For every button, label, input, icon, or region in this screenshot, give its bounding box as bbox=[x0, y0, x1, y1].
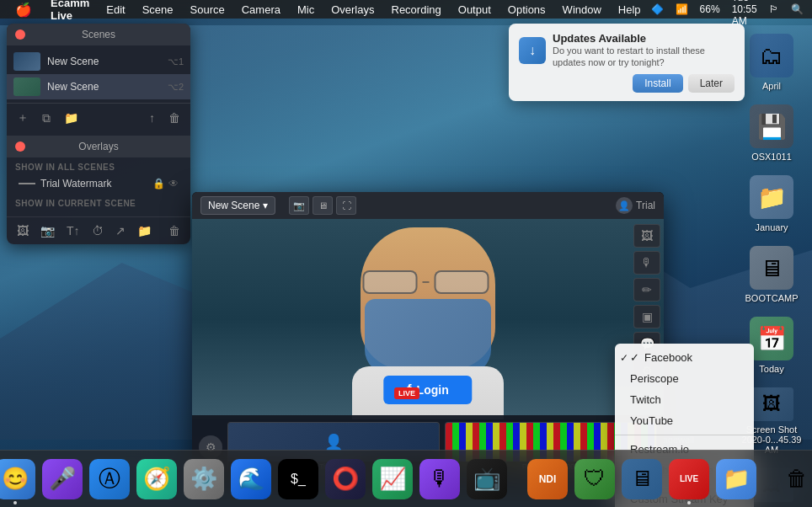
scene-selector[interactable]: New Scene ▾ bbox=[200, 196, 275, 215]
settings-icon: ⚙️ bbox=[190, 466, 217, 492]
safari-icon: 🧭 bbox=[143, 466, 170, 492]
menubar-overlays[interactable]: Overlays bbox=[324, 2, 381, 18]
rt-overlay-button[interactable]: ▣ bbox=[633, 305, 660, 328]
scenes-panel-header: Scenes bbox=[7, 24, 190, 45]
dock-dot-finder bbox=[13, 501, 17, 504]
desktop-icon-january[interactable]: 📁 January bbox=[741, 175, 802, 232]
dock-settings[interactable]: ⚙️ bbox=[184, 459, 224, 499]
add-overlay-share-button[interactable]: ↗ bbox=[112, 222, 129, 239]
add-overlay-folder-button[interactable]: 📁 bbox=[134, 222, 155, 239]
screen-ctrl-button[interactable]: 🖥 bbox=[313, 196, 333, 215]
desktop-icon-bootcamp[interactable]: 🖥 BOOTCAMP bbox=[741, 246, 802, 303]
scene-item-2[interactable]: New Scene ⌥2 bbox=[7, 74, 190, 99]
add-overlay-text-button[interactable]: T↑ bbox=[63, 222, 83, 239]
overlays-current-scene: SHOW IN CURRENT SCENE bbox=[7, 194, 190, 213]
overlays-all-scenes: SHOW IN ALL SCENES Trial Watermark 🔒 👁 bbox=[7, 157, 190, 194]
install-button[interactable]: Install bbox=[633, 74, 682, 93]
duplicate-scene-button[interactable]: ⧉ bbox=[39, 109, 54, 127]
obs-icon: ⭕ bbox=[332, 466, 359, 492]
dock-terminal[interactable]: $_ bbox=[278, 459, 318, 499]
later-button[interactable]: Later bbox=[688, 74, 735, 93]
dropdown-periscope[interactable]: Periscope bbox=[615, 368, 754, 389]
dock-trash[interactable]: 🗑 bbox=[777, 459, 812, 499]
add-scene-button[interactable]: ＋ bbox=[13, 109, 32, 127]
menubar-window[interactable]: Window bbox=[556, 2, 608, 18]
overlays-actions: 🖼 📷 T↑ ⏱ ↗ 📁 🗑 bbox=[7, 216, 190, 244]
rt-photo-button[interactable]: 🖼 bbox=[633, 224, 660, 248]
dropdown-facebook[interactable]: ✓ Facebook bbox=[615, 347, 754, 368]
eye-icon[interactable]: 👁 bbox=[168, 178, 179, 189]
export-scene-button[interactable]: ↑ bbox=[146, 109, 158, 126]
video-guest-area: 👤 Trial bbox=[616, 197, 655, 214]
dock-activity[interactable]: 📈 bbox=[372, 459, 413, 499]
dropdown-youtube[interactable]: YouTube bbox=[615, 410, 754, 431]
dock-edge[interactable]: 🌊 bbox=[231, 459, 271, 499]
video-titlebar: New Scene ▾ 📷 🖥 ⛶ 👤 Trial bbox=[192, 192, 664, 219]
delete-scene-button[interactable]: 🗑 bbox=[165, 109, 184, 126]
menubar-options[interactable]: Options bbox=[501, 2, 553, 18]
menubar-search[interactable]: 🔍 bbox=[788, 2, 807, 17]
apple-menu[interactable]: 🍎 bbox=[7, 2, 40, 18]
menubar-source[interactable]: Source bbox=[184, 2, 232, 18]
menubar-flag: 🏳 bbox=[766, 2, 783, 17]
overlay-line bbox=[19, 183, 35, 184]
desktop-icon-april-label: April bbox=[762, 81, 781, 91]
desktop-icon-january-label: January bbox=[755, 222, 788, 232]
rt-edit-button[interactable]: ✏ bbox=[633, 278, 660, 302]
dock-files[interactable]: 📁 bbox=[716, 459, 756, 499]
notif-actions: Install Later bbox=[519, 74, 735, 93]
menubar-app-name[interactable]: Ecamm Live bbox=[44, 0, 96, 24]
folder-scene-button[interactable]: 📁 bbox=[61, 109, 82, 126]
screen-icon: 🖥 bbox=[631, 466, 653, 492]
add-overlay-timer-button[interactable]: ⏱ bbox=[88, 222, 107, 239]
menubar-output[interactable]: Output bbox=[451, 2, 498, 18]
menubar-recording[interactable]: Recording bbox=[385, 2, 448, 18]
dock-ndi[interactable]: NDI bbox=[527, 459, 568, 499]
updates-notification: ↓ Updates Available Do you want to resta… bbox=[509, 24, 745, 101]
dropdown-twitch[interactable]: Twitch bbox=[615, 389, 754, 410]
video-feed: ecamm.live LIVE ⚙ 👤 FaceTime Camera PD 1… bbox=[192, 219, 664, 478]
scenes-close-button[interactable] bbox=[15, 29, 25, 40]
dock-siri[interactable]: 🎤 bbox=[42, 459, 83, 499]
dock-safari[interactable]: 🧭 bbox=[136, 459, 177, 499]
overlays-title: Overlays bbox=[15, 141, 182, 152]
dock-ecamm-live[interactable]: LIVE bbox=[669, 459, 709, 499]
overlay-trial-watermark[interactable]: Trial Watermark 🔒 👁 bbox=[15, 175, 182, 192]
desktop-icon-bootcamp-label: BOOTCAMP bbox=[745, 293, 799, 303]
dock-podcasts[interactable]: 🎙 bbox=[419, 459, 460, 499]
ndi-icon: NDI bbox=[539, 473, 557, 485]
fullscreen-ctrl-button[interactable]: ⛶ bbox=[336, 196, 356, 215]
dock-appstore[interactable]: Ⓐ bbox=[89, 459, 130, 499]
scene-selector-label: New Scene bbox=[208, 200, 259, 211]
dock-vpn[interactable]: 🛡 bbox=[574, 459, 615, 499]
dock-finder[interactable]: 😊 bbox=[0, 459, 35, 499]
guest-icon: 👤 bbox=[616, 197, 633, 214]
rt-mic-button[interactable]: 🎙 bbox=[633, 251, 660, 275]
menubar-help[interactable]: Help bbox=[612, 2, 648, 18]
menubar-scene[interactable]: Scene bbox=[136, 2, 180, 18]
update-icon: ↓ bbox=[519, 37, 546, 64]
scene-item-1[interactable]: New Scene ⌥1 bbox=[7, 49, 190, 74]
menubar-mic[interactable]: Mic bbox=[291, 2, 321, 18]
desktop-icon-osx[interactable]: 💾 OSX1011 bbox=[741, 104, 802, 162]
scenes-toolbar: ＋ ⧉ 📁 ↑ 🗑 bbox=[7, 103, 190, 132]
notif-header: ↓ Updates Available Do you want to resta… bbox=[519, 32, 735, 69]
menubar-camera[interactable]: Camera bbox=[235, 2, 287, 18]
delete-overlay-button[interactable]: 🗑 bbox=[165, 222, 184, 239]
video-controls: 📷 🖥 ⛶ bbox=[289, 196, 356, 215]
add-overlay-camera-button[interactable]: 📷 bbox=[37, 222, 58, 239]
notif-title: Updates Available bbox=[553, 32, 735, 45]
overlays-close-button[interactable] bbox=[15, 141, 25, 152]
add-overlay-image-button[interactable]: 🖼 bbox=[13, 222, 32, 239]
chevron-down-icon: ▾ bbox=[263, 200, 268, 211]
menubar-edit[interactable]: Edit bbox=[99, 2, 131, 18]
dock-obs[interactable]: ⭕ bbox=[325, 459, 366, 499]
notif-text: Do you want to restart to install these … bbox=[553, 45, 735, 69]
dock-dot-ecamm bbox=[687, 501, 691, 504]
desktop-icon-april[interactable]: 🗂 April bbox=[741, 34, 802, 91]
dropdown-separator-1 bbox=[615, 435, 754, 435]
camera-ctrl-button[interactable]: 📷 bbox=[289, 196, 309, 215]
dock-appletv[interactable]: 📺 bbox=[467, 459, 507, 499]
overlay-icons: 🔒 👁 bbox=[152, 178, 179, 189]
dock-screen[interactable]: 🖥 bbox=[622, 459, 662, 499]
